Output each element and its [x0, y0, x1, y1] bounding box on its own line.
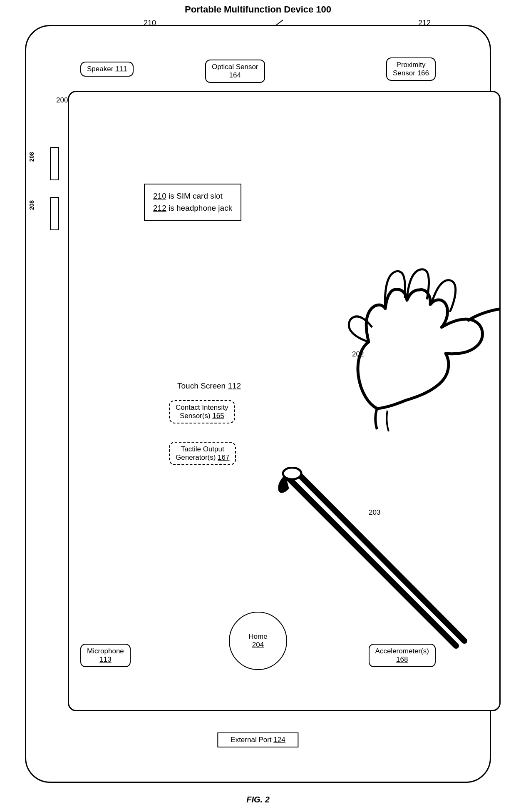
- note-line1: 210 is SIM card slot: [153, 192, 223, 200]
- page-title: Portable Multifunction Device 100: [185, 4, 331, 15]
- contact-intensity-sensor: Contact IntensitySensor(s) 165: [169, 400, 235, 423]
- title-text: Portable Multifunction Device 100: [185, 4, 331, 15]
- speaker-component: Speaker 111: [80, 62, 134, 77]
- tactile-output-generator: Tactile OutputGenerator(s) 167: [169, 442, 236, 465]
- home-button[interactable]: Home204: [229, 612, 287, 670]
- accelerometer-component: Accelerometer(s)168: [369, 644, 436, 667]
- external-port-component: External Port 124: [217, 732, 298, 747]
- touchscreen-label: Touch Screen 112: [177, 381, 241, 391]
- left-side-label-top: 208: [28, 152, 35, 162]
- ref-203-label: 203: [369, 508, 380, 517]
- annotation-note: 210 is SIM card slot 212 is headphone ja…: [144, 184, 241, 221]
- svg-line-2: [285, 475, 456, 646]
- microphone-component: Microphone113: [80, 644, 131, 667]
- note-line2: 212 is headphone jack: [153, 204, 232, 212]
- figure-label: FIG. 2: [246, 795, 270, 805]
- volume-up-button[interactable]: [50, 147, 59, 180]
- left-side-label-bottom: 208: [28, 200, 35, 210]
- proximity-sensor-component: ProximitySensor 166: [386, 57, 436, 81]
- hand-gesture-illustration: [285, 250, 501, 438]
- svg-point-4: [283, 468, 301, 479]
- device-body: 208 208 206 Speaker 111 Optical Sensor16…: [25, 25, 491, 783]
- volume-down-button[interactable]: [50, 197, 59, 230]
- optical-sensor-component: Optical Sensor164: [205, 60, 265, 83]
- screen-area: 210 is SIM card slot 212 is headphone ja…: [68, 91, 501, 711]
- page-container: Portable Multifunction Device 100 210 21…: [0, 0, 516, 812]
- label-200: 200: [56, 96, 68, 105]
- stylus-illustration: [252, 467, 469, 654]
- ref-202-label: 202: [352, 350, 364, 359]
- svg-line-3: [295, 471, 464, 641]
